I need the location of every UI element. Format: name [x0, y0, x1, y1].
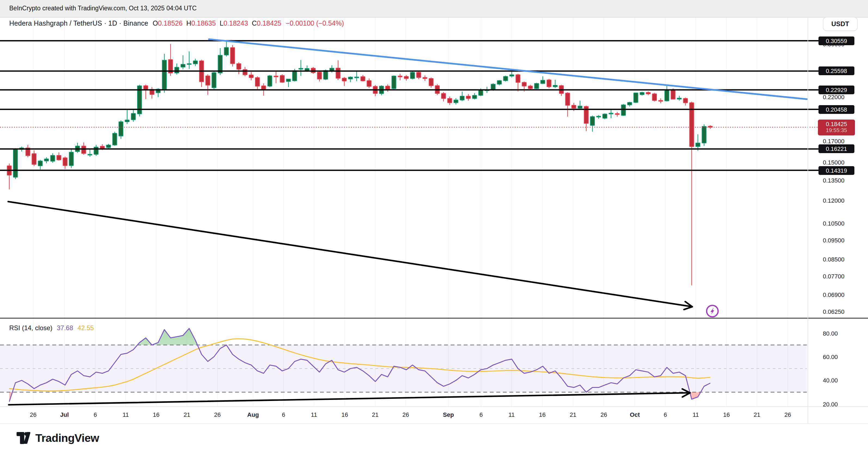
price-grid-label: 0.06900	[823, 292, 845, 298]
time-tick: 26	[784, 411, 791, 418]
time-tick: 6	[479, 411, 483, 418]
time-tick: 6	[94, 411, 97, 418]
price-line-badge: 0.16221	[818, 145, 855, 153]
time-tick-month: Oct	[630, 411, 640, 418]
rsi-ma-value: 42.55	[78, 324, 94, 332]
ohlc-values: O0.18526H0.18635L0.18243C0.18425	[153, 20, 281, 27]
rsi-level-label: 40.00	[823, 377, 838, 383]
time-tick: 26	[214, 411, 221, 418]
change-value: −0.00100 (−0.54%)	[286, 20, 344, 27]
time-tick-month: Sep	[443, 411, 454, 418]
black-descending-arrow-trendline[interactable]	[8, 202, 692, 309]
time-tick: 21	[184, 411, 190, 418]
last-price-value: 0.18425	[826, 121, 847, 127]
price-grid-label: 0.15000	[823, 159, 845, 166]
symbol-title[interactable]: Hedera Hashgraph / TetherUS · 1D · Binan…	[9, 20, 148, 27]
price-grid-label: 0.09500	[823, 237, 845, 244]
time-tick: 21	[570, 411, 577, 418]
time-tick: 16	[539, 411, 546, 418]
ohlc-C: C0.18425	[252, 20, 281, 27]
currency-button[interactable]: USDT	[823, 17, 858, 31]
price-grid-label: 0.08500	[823, 256, 845, 263]
lightning-icon[interactable]	[707, 305, 718, 317]
time-tick: 11	[693, 411, 699, 418]
time-tick: 21	[754, 411, 761, 418]
rsi-level-label: 80.00	[823, 330, 838, 336]
price-grid-label: 0.07700	[823, 273, 845, 280]
time-tick: 26	[600, 411, 607, 418]
rsi-level-label: 60.00	[823, 353, 838, 360]
time-tick: 6	[664, 411, 667, 418]
price-line-badge: 0.14319	[818, 166, 855, 175]
time-tick-month: Jul	[60, 411, 69, 418]
last-price-badge: 0.18425 19:55:35	[818, 119, 855, 135]
time-tick: 11	[311, 411, 317, 418]
time-tick: 26	[402, 411, 409, 418]
time-tick: 11	[123, 411, 129, 418]
price-line-badge: 0.22929	[818, 86, 855, 94]
time-axis[interactable]: 26Jul611162126Aug611162126Sep611162126Oc…	[0, 407, 808, 423]
price-grid-label: 0.17000	[823, 138, 845, 144]
symbol-legend[interactable]: Hedera Hashgraph / TetherUS · 1D · Binan…	[9, 20, 344, 27]
rsi-label[interactable]: RSI (14, close)	[9, 324, 53, 332]
rsi-indicator-legend[interactable]: RSI (14, close) 37.68 42.55	[9, 324, 94, 332]
bar-countdown: 19:55:35	[826, 127, 847, 134]
price-grid-label: 0.06250	[823, 309, 845, 315]
price-grid-label: 0.13500	[823, 177, 845, 183]
time-tick: 11	[508, 411, 515, 418]
tradingview-chart: BeInCrypto created with TradingView.com,…	[0, 0, 868, 456]
price-grid-label: 0.10500	[823, 220, 845, 227]
time-tick: 26	[30, 411, 37, 418]
time-tick-month: Aug	[247, 411, 259, 418]
ohlc-O: O0.18526	[153, 20, 183, 27]
rsi-current-value: 37.68	[57, 324, 73, 332]
time-tick: 16	[723, 411, 730, 418]
rsi-level-label: 20.00	[823, 401, 838, 407]
ohlc-H: H0.18635	[186, 20, 216, 27]
price-line-badge: 0.25598	[818, 67, 855, 76]
time-tick: 16	[341, 411, 348, 418]
chart-canvas[interactable]	[0, 0, 868, 456]
price-grid-label: 0.22000	[823, 94, 845, 100]
time-tick: 16	[153, 411, 160, 418]
price-grid-label: 0.12000	[823, 197, 845, 204]
price-line-badge: 0.20458	[818, 105, 855, 114]
horizontal-price-lines[interactable]	[0, 41, 819, 170]
candlestick-series	[7, 41, 712, 285]
time-tick: 6	[282, 411, 285, 418]
ohlc-L: L0.18243	[220, 20, 248, 27]
price-line-badge: 0.30559	[818, 36, 855, 45]
axis-divider	[808, 18, 808, 423]
time-tick: 21	[372, 411, 379, 418]
